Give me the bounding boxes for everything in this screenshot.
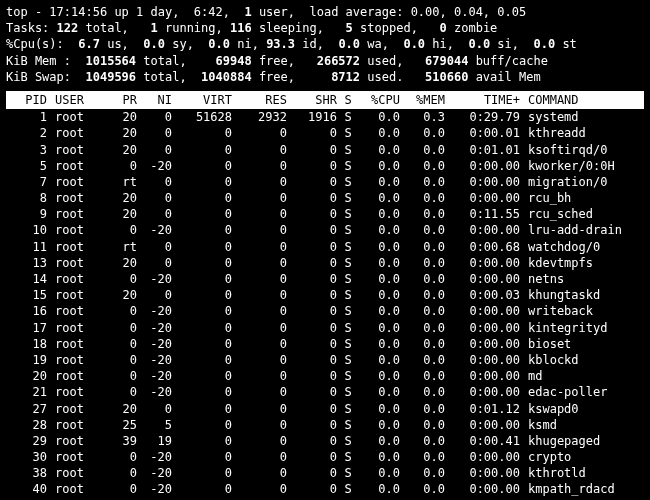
col-shr[interactable]: SHR [291,92,341,108]
cell-ni: -20 [141,303,176,319]
cell-time: 0:00.00 [449,303,524,319]
cell-res: 0 [236,320,291,336]
cell-mem: 0.3 [404,109,449,125]
process-row[interactable]: 15root200000S0.00.00:00.03khungtaskd [6,287,644,303]
col-user[interactable]: USER [51,92,106,108]
cell-virt: 0 [176,287,236,303]
cell-res: 0 [236,384,291,400]
col-pid[interactable]: PID [6,92,51,108]
process-row[interactable]: 20root0-20000S0.00.00:00.00md [6,368,644,384]
cell-cmd: khungtaskd [524,287,644,303]
cell-cmd: ksmd [524,417,644,433]
cell-mem: 0.0 [404,336,449,352]
cell-shr: 0 [291,271,341,287]
cell-s: S [341,142,359,158]
process-row[interactable]: 30root0-20000S0.00.00:00.00crypto [6,449,644,465]
cell-cpu: 0.0 [359,190,404,206]
cell-cpu: 0.0 [359,239,404,255]
cell-cpu: 0.0 [359,336,404,352]
col-ni[interactable]: NI [141,92,176,108]
cell-user: root [51,417,106,433]
cell-pr: 0 [106,320,141,336]
cell-virt: 0 [176,206,236,222]
col-res[interactable]: RES [236,92,291,108]
cell-res: 0 [236,271,291,287]
cell-ni: -20 [141,449,176,465]
cell-ni: -20 [141,158,176,174]
cell-cmd: kthreadd [524,125,644,141]
cell-cpu: 0.0 [359,449,404,465]
process-row[interactable]: 21root0-20000S0.00.00:00.00edac-poller [6,384,644,400]
cell-virt: 51628 [176,109,236,125]
col-command[interactable]: COMMAND [524,92,644,108]
cell-pid: 11 [6,239,51,255]
cell-mem: 0.0 [404,174,449,190]
cell-res: 2932 [236,109,291,125]
process-row[interactable]: 19root0-20000S0.00.00:00.00kblockd [6,352,644,368]
cell-time: 0:00.00 [449,417,524,433]
cell-user: root [51,481,106,497]
cell-pr: 0 [106,384,141,400]
column-header[interactable]: PID USER PR NI VIRT RES SHR S %CPU %MEM … [6,91,644,109]
terminal[interactable]: top - 17:14:56 up 1 day, 6:42, 1 user, l… [0,0,650,500]
cell-s: S [341,449,359,465]
cell-mem: 0.0 [404,287,449,303]
process-row[interactable]: 3root200000S0.00.00:01.01ksoftirqd/0 [6,142,644,158]
cell-res: 0 [236,401,291,417]
process-row[interactable]: 17root0-20000S0.00.00:00.00kintegrityd [6,320,644,336]
process-row[interactable]: 2root200000S0.00.00:00.01kthreadd [6,125,644,141]
cell-pr: 20 [106,142,141,158]
col-virt[interactable]: VIRT [176,92,236,108]
process-row[interactable]: 29root3919000S0.00.00:00.41khugepaged [6,433,644,449]
cell-user: root [51,158,106,174]
process-row[interactable]: 14root0-20000S0.00.00:00.00netns [6,271,644,287]
cell-shr: 0 [291,320,341,336]
summary-tasks: Tasks: 122 total, 1 running, 116 sleepin… [6,20,644,36]
cell-user: root [51,190,106,206]
cell-res: 0 [236,417,291,433]
cell-s: S [341,174,359,190]
process-row[interactable]: 7rootrt0000S0.00.00:00.00migration/0 [6,174,644,190]
cell-mem: 0.0 [404,433,449,449]
cell-time: 0:00.00 [449,336,524,352]
cell-shr: 0 [291,158,341,174]
col-mem[interactable]: %MEM [404,92,449,108]
cell-cpu: 0.0 [359,303,404,319]
cell-virt: 0 [176,255,236,271]
cell-virt: 0 [176,368,236,384]
cell-cmd: watchdog/0 [524,239,644,255]
col-s[interactable]: S [341,92,359,108]
process-row[interactable]: 11rootrt0000S0.00.00:00.68watchdog/0 [6,239,644,255]
process-row[interactable]: 28root255000S0.00.00:00.00ksmd [6,417,644,433]
process-row[interactable]: 9root200000S0.00.00:11.55rcu_sched [6,206,644,222]
cell-ni: 0 [141,174,176,190]
process-row[interactable]: 10root0-20000S0.00.00:00.00lru-add-drain [6,222,644,238]
cell-user: root [51,336,106,352]
process-row[interactable]: 16root0-20000S0.00.00:00.00writeback [6,303,644,319]
process-row[interactable]: 27root200000S0.00.00:01.12kswapd0 [6,401,644,417]
process-row[interactable]: 38root0-20000S0.00.00:00.00kthrotld [6,465,644,481]
cell-cmd: ksoftirqd/0 [524,142,644,158]
cell-cpu: 0.0 [359,174,404,190]
cell-shr: 0 [291,481,341,497]
cell-virt: 0 [176,125,236,141]
process-row[interactable]: 13root200000S0.00.00:00.00kdevtmpfs [6,255,644,271]
cell-virt: 0 [176,384,236,400]
process-row[interactable]: 40root0-20000S0.00.00:00.00kmpath_rdacd [6,481,644,497]
col-time[interactable]: TIME+ [449,92,524,108]
cell-res: 0 [236,433,291,449]
col-cpu[interactable]: %CPU [359,92,404,108]
cell-s: S [341,158,359,174]
cell-pid: 19 [6,352,51,368]
cell-user: root [51,239,106,255]
cell-res: 0 [236,174,291,190]
cell-virt: 0 [176,158,236,174]
process-row[interactable]: 18root0-20000S0.00.00:00.00bioset [6,336,644,352]
process-row[interactable]: 8root200000S0.00.00:00.00rcu_bh [6,190,644,206]
cell-pid: 40 [6,481,51,497]
col-pr[interactable]: PR [106,92,141,108]
cell-cpu: 0.0 [359,401,404,417]
process-row[interactable]: 5root0-20000S0.00.00:00.00kworker/0:0H [6,158,644,174]
process-row[interactable]: 1root2005162829321916S0.00.30:29.79syste… [6,109,644,125]
cell-mem: 0.0 [404,239,449,255]
